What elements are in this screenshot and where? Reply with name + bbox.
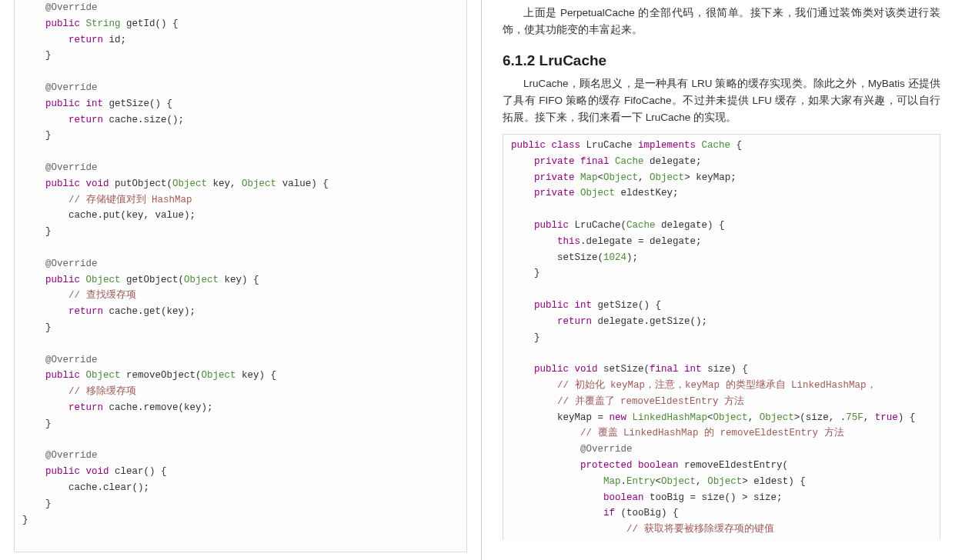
code-block-perpetualcache: @Override public String getId() { return… bbox=[14, 0, 467, 552]
right-page: 上面是 PerpetualCache 的全部代码，很简单。接下来，我们通过装饰类… bbox=[481, 0, 962, 560]
page-spread: @Override public String getId() { return… bbox=[0, 0, 962, 560]
section-heading-lrucache: 6.1.2 LruCache bbox=[503, 52, 940, 69]
intro-paragraph-1: 上面是 PerpetualCache 的全部代码，很简单。接下来，我们通过装饰类… bbox=[503, 5, 940, 38]
left-page: @Override public String getId() { return… bbox=[0, 0, 481, 560]
code-block-lrucache: public class LruCache implements Cache {… bbox=[503, 134, 940, 540]
intro-paragraph-2: LruCache，顾名思义，是一种具有 LRU 策略的缓存实现类。除此之外，My… bbox=[503, 75, 940, 126]
